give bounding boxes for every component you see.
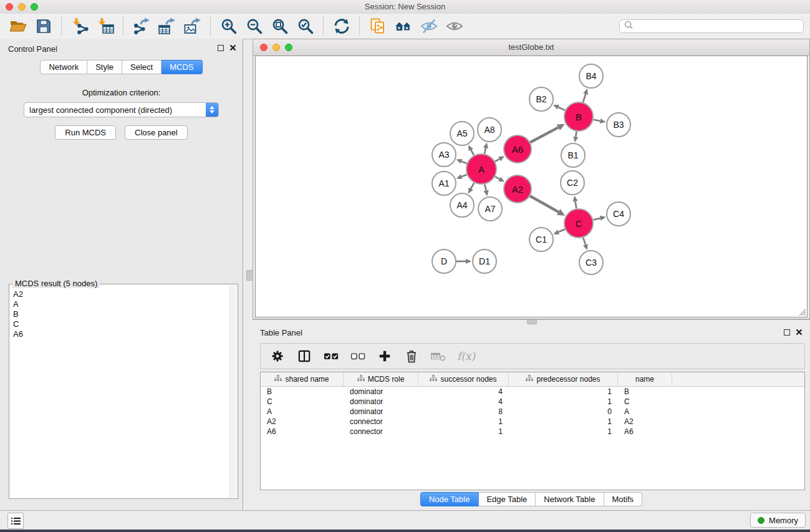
graph-edge-A-A1[interactable] (461, 175, 467, 177)
graph-node-A4[interactable]: A4 (450, 193, 475, 218)
graph-edge-A-A7[interactable] (485, 184, 486, 190)
table-row[interactable]: Bdominator41B (261, 387, 804, 397)
delete-icon[interactable] (403, 347, 420, 365)
float-panel-icon[interactable] (218, 45, 224, 51)
graph-edge-C-C1[interactable] (559, 230, 565, 233)
column-header-name[interactable]: name (618, 372, 672, 386)
close-panel-button[interactable]: Close panel (125, 125, 188, 140)
graph-node-C2[interactable]: C2 (560, 170, 585, 195)
table-row[interactable]: Cdominator41C (261, 397, 804, 407)
gear-icon[interactable] (269, 347, 286, 365)
tab-edge-table[interactable]: Edge Table (478, 492, 536, 506)
hide-selected-icon[interactable] (420, 17, 438, 36)
graph-edge-C-C3[interactable] (583, 238, 586, 245)
add-icon[interactable] (377, 347, 393, 365)
graph-edge-B-B1[interactable] (576, 132, 576, 137)
graph-node-B[interactable]: B (564, 102, 594, 132)
zoom-out-icon[interactable] (245, 17, 263, 36)
criterion-dropdown[interactable]: largest connected component (directed) (24, 102, 219, 117)
graph-node-B2[interactable]: B2 (529, 87, 554, 112)
show-all-icon[interactable] (445, 17, 463, 36)
float-table-panel-icon[interactable] (784, 329, 790, 336)
result-list-item[interactable]: C (13, 319, 238, 329)
network-canvas[interactable]: AA1A2A3A4A5A6A7A8BB1B2B3B4CC1C2C3C4DD1 (255, 56, 808, 317)
result-list-item[interactable]: A2 (13, 289, 238, 299)
vertical-splitter-handle[interactable] (246, 270, 253, 281)
graph-edge-A-A4[interactable] (471, 183, 474, 188)
tab-node-table[interactable]: Node Table (420, 492, 479, 506)
graph-edge-A-A8[interactable] (485, 148, 486, 153)
zoom-fit-icon[interactable] (271, 17, 289, 36)
graph-node-A8[interactable]: A8 (477, 117, 502, 142)
run-mcds-button[interactable]: Run MCDS (55, 125, 116, 140)
tab-network[interactable]: Network (40, 60, 87, 74)
new-network-from-selection-icon[interactable] (369, 17, 387, 36)
columns-icon[interactable] (296, 347, 312, 365)
select-all-icon[interactable] (323, 347, 339, 365)
tab-motifs[interactable]: Motifs (604, 492, 642, 506)
graph-edge-A-A2[interactable] (495, 177, 499, 179)
search-box[interactable] (619, 19, 804, 33)
graph-node-C[interactable]: C (564, 208, 594, 238)
graph-edge-B-B2[interactable] (558, 107, 565, 110)
result-list-item[interactable]: A (13, 299, 238, 309)
graph-node-A3[interactable]: A3 (432, 142, 456, 167)
graph-edge-A6-B[interactable] (530, 127, 558, 142)
graph-node-D[interactable]: D (432, 249, 456, 274)
graph-edge-A-A5[interactable] (471, 150, 474, 155)
graph-node-C3[interactable]: C3 (579, 250, 604, 275)
graph-node-B1[interactable]: B1 (561, 143, 586, 168)
table-row[interactable]: A6connector11A6 (261, 427, 804, 437)
table-row[interactable]: A2connector11A2 (261, 417, 804, 427)
deselect-all-icon[interactable] (350, 347, 366, 365)
close-table-panel-icon[interactable] (796, 329, 803, 336)
export-image-icon[interactable] (183, 17, 201, 36)
horizontal-splitter-handle[interactable] (527, 319, 537, 324)
result-list-item[interactable]: A6 (13, 329, 238, 339)
memory-button[interactable]: Memory (750, 513, 806, 528)
zoom-selected-icon[interactable] (296, 17, 314, 36)
tab-mcds[interactable]: MCDS (162, 60, 202, 74)
first-neighbors-icon[interactable] (394, 17, 412, 36)
tab-select[interactable]: Select (122, 60, 162, 74)
column-header-mcds-role[interactable]: MCDS role (344, 372, 418, 386)
graph-edge-B-B3[interactable] (594, 120, 600, 121)
graph-node-A6[interactable]: A6 (503, 135, 532, 163)
open-icon[interactable] (9, 17, 27, 36)
export-network-icon[interactable] (132, 17, 150, 36)
result-scrollbar[interactable] (229, 285, 237, 498)
graph-edge-A2-C[interactable] (530, 196, 559, 212)
graph-node-C1[interactable]: C1 (529, 227, 554, 252)
graph-node-A2[interactable]: A2 (503, 175, 532, 203)
graph-node-D1[interactable]: D1 (472, 249, 497, 274)
column-header-predecessor-nodes[interactable]: predecessor nodes (509, 372, 618, 386)
close-panel-icon[interactable] (229, 44, 236, 51)
graph-node-B3[interactable]: B3 (606, 112, 631, 137)
save-icon[interactable] (34, 17, 52, 36)
search-input[interactable] (634, 21, 799, 31)
graph-edge-B-B4[interactable] (583, 94, 586, 102)
resize-grip-icon[interactable] (798, 307, 806, 316)
graph-node-A1[interactable]: A1 (432, 171, 456, 196)
tab-style[interactable]: Style (87, 60, 122, 74)
graph-node-A7[interactable]: A7 (478, 196, 503, 221)
table-row[interactable]: Adominator80A (261, 407, 804, 417)
graph-node-C4[interactable]: C4 (606, 201, 631, 226)
graph-edge-A-A3[interactable] (461, 162, 467, 163)
graph-edge-A-A6[interactable] (495, 159, 499, 162)
network-window-titlebar[interactable]: testGlobe.txt (253, 39, 809, 56)
graph-node-A[interactable]: A (466, 153, 497, 185)
column-header-successor-nodes[interactable]: successor nodes (418, 372, 509, 386)
import-table-icon[interactable] (96, 17, 114, 36)
result-list-item[interactable]: B (13, 309, 238, 319)
show-panels-list-button[interactable] (7, 513, 24, 529)
tab-network-table[interactable]: Network Table (536, 492, 604, 506)
refresh-icon[interactable] (332, 17, 350, 36)
zoom-in-icon[interactable] (219, 17, 238, 36)
graph-edge-C-C4[interactable] (593, 218, 600, 220)
export-table-icon[interactable] (158, 17, 176, 36)
graph-node-B4[interactable]: B4 (579, 64, 604, 89)
import-network-icon[interactable] (70, 17, 89, 36)
graph-edge-C-C2[interactable] (576, 201, 577, 209)
column-header-shared-name[interactable]: shared name (261, 372, 344, 386)
